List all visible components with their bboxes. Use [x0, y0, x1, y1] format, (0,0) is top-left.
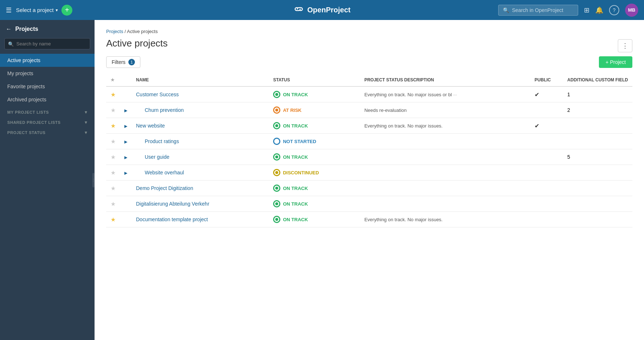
global-search-input[interactable]: [512, 7, 570, 13]
sidebar-item-my-projects[interactable]: My projects: [0, 67, 95, 80]
app-layout: ← Projects 🔍 Active projects My projects…: [0, 20, 644, 340]
custom-field-value: 2: [567, 107, 570, 113]
table-row: ★Documentation template project ON TRACK…: [106, 212, 632, 227]
top-navigation: ☰ Select a project ▾ + OpenProject 🔍 ⊞ 🔔…: [0, 0, 644, 20]
status-label: ON TRACK: [283, 201, 308, 207]
project-name-cell: Demo Project Digitization: [132, 181, 269, 196]
table-row: ★▶Churn prevention AT RISK Needs re-eval…: [106, 102, 632, 118]
expand-arrow-icon[interactable]: ▶: [124, 155, 127, 159]
sidebar-section-label: MY PROJECT LISTS: [7, 110, 49, 114]
project-name-link[interactable]: Website overhaul: [136, 170, 184, 175]
help-icon[interactable]: ?: [609, 5, 619, 15]
sidebar-item-label: Archived projects: [7, 97, 46, 102]
star-cell[interactable]: ★: [106, 196, 120, 212]
star-cell[interactable]: ★: [106, 86, 120, 102]
chevron-down-icon: ▾: [85, 120, 87, 125]
description-cell: [360, 196, 530, 212]
filters-label: Filters: [112, 59, 125, 65]
breadcrumb-projects-link[interactable]: Projects: [106, 29, 123, 34]
description-cell: [360, 165, 530, 181]
table-header: ★ NAME STATUS PROJECT STATUS DESCRIPTION…: [106, 74, 632, 86]
check-mark-icon: ✔: [535, 123, 539, 129]
table-row: ★Demo Project Digitization ON TRACK: [106, 181, 632, 196]
chevron-down-icon: ▾: [85, 130, 87, 135]
table-row: ★▶User guide ON TRACK 5: [106, 149, 632, 165]
sidebar-item-favorite-projects[interactable]: Favorite projects: [0, 80, 95, 93]
avatar[interactable]: MB: [625, 4, 638, 17]
project-name-cell: Digitalisierung Abteilung Verkehr: [132, 196, 269, 212]
description-more-button[interactable]: ···: [453, 92, 457, 97]
public-cell: [530, 134, 563, 149]
project-name-cell: New website: [132, 118, 269, 134]
expand-cell[interactable]: ▶: [120, 149, 132, 165]
col-header-name: NAME: [132, 74, 269, 86]
star-cell[interactable]: ★: [106, 181, 120, 196]
sidebar-item-active-projects[interactable]: Active projects: [0, 54, 95, 67]
expand-arrow-icon[interactable]: ▶: [124, 139, 127, 144]
star-cell[interactable]: ★: [106, 118, 120, 134]
project-selector-label: Select a project: [16, 7, 53, 13]
star-cell[interactable]: ★: [106, 212, 120, 227]
status-circle-icon: [273, 153, 280, 161]
star-cell[interactable]: ★: [106, 165, 120, 181]
expand-arrow-icon[interactable]: ▶: [124, 171, 127, 175]
project-name-link[interactable]: Demo Project Digitization: [136, 185, 193, 191]
description-text: Needs re-evaluation: [364, 108, 407, 113]
project-name-cell: Website overhaul: [132, 165, 269, 181]
custom-field-cell: [563, 165, 632, 181]
expand-cell[interactable]: ▶: [120, 118, 132, 134]
status-cell: ON TRACK: [269, 118, 360, 134]
star-icon: ★: [111, 123, 116, 129]
status-label: ON TRACK: [283, 154, 308, 160]
add-project-button[interactable]: + Project: [599, 56, 632, 68]
table-row: ★▶New website ON TRACK Everything on tra…: [106, 118, 632, 134]
project-name-link[interactable]: New website: [136, 123, 165, 129]
public-cell: [530, 181, 563, 196]
sidebar-item-archived-projects[interactable]: Archived projects: [0, 93, 95, 106]
filters-button[interactable]: Filters 1: [106, 56, 140, 68]
expand-arrow-icon[interactable]: ▶: [124, 124, 127, 128]
project-name-link[interactable]: User guide: [136, 154, 169, 160]
grid-icon[interactable]: ⊞: [584, 6, 589, 14]
expand-cell[interactable]: ▶: [120, 102, 132, 118]
sidebar-section-project-status[interactable]: PROJECT STATUS ▾: [0, 126, 95, 137]
sidebar-search-input[interactable]: [4, 38, 90, 49]
status-cell: NOT STARTED: [269, 134, 360, 149]
page-title: Active projects: [106, 38, 168, 49]
more-options-button[interactable]: ⋮: [618, 39, 632, 52]
star-cell[interactable]: ★: [106, 149, 120, 165]
project-name-link[interactable]: Customer Success: [136, 92, 179, 97]
description-cell: Needs re-evaluation: [360, 102, 530, 118]
bell-icon[interactable]: 🔔: [595, 6, 603, 14]
expand-cell[interactable]: ▶: [120, 134, 132, 149]
project-name-link[interactable]: Digitalisierung Abteilung Verkehr: [136, 201, 209, 207]
status-badge: DISCONTINUED: [273, 169, 319, 176]
star-cell[interactable]: ★: [106, 134, 120, 149]
col-header-public: PUBLIC: [530, 74, 563, 86]
status-cell: ON TRACK: [269, 181, 360, 196]
project-name-link[interactable]: Product ratings: [136, 138, 179, 144]
status-label: ON TRACK: [283, 92, 308, 97]
hamburger-icon[interactable]: ☰: [6, 6, 12, 14]
status-badge: ON TRACK: [273, 122, 308, 129]
global-search[interactable]: 🔍: [498, 5, 578, 16]
star-cell[interactable]: ★: [106, 102, 120, 118]
expand-cell[interactable]: ▶: [120, 165, 132, 181]
add-project-quick-button[interactable]: +: [61, 5, 72, 16]
status-cell: ON TRACK: [269, 196, 360, 212]
chevron-down-icon: ▾: [85, 110, 87, 115]
custom-field-cell: 2: [563, 102, 632, 118]
public-cell: [530, 102, 563, 118]
col-header-expand: [120, 74, 132, 86]
status-badge: ON TRACK: [273, 185, 308, 192]
project-selector[interactable]: Select a project ▾: [16, 7, 58, 13]
add-project-label: + Project: [605, 59, 626, 65]
project-name-cell: User guide: [132, 149, 269, 165]
project-name-link[interactable]: Documentation template project: [136, 216, 208, 222]
sidebar-section-shared-project-lists[interactable]: SHARED PROJECT LISTS ▾: [0, 116, 95, 126]
sidebar-section-my-project-lists[interactable]: MY PROJECT LISTS ▾: [0, 106, 95, 116]
sidebar-resize-handle[interactable]: ⋮: [92, 173, 95, 187]
project-name-link[interactable]: Churn prevention: [136, 107, 184, 113]
sidebar-back-arrow[interactable]: ←: [6, 26, 12, 32]
expand-arrow-icon[interactable]: ▶: [124, 108, 127, 113]
